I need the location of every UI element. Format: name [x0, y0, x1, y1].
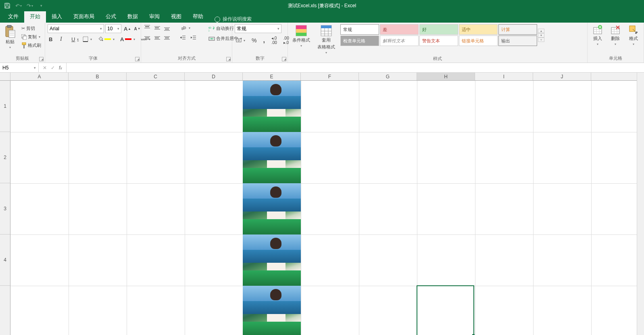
align-top-button[interactable]: [144, 25, 151, 31]
column-header[interactable]: B: [69, 73, 127, 80]
column-header[interactable]: I: [475, 73, 533, 80]
font-name-select[interactable]: Arial▾: [48, 24, 104, 33]
accounting-format-button[interactable]: [235, 37, 246, 44]
select-all-corner[interactable]: [0, 73, 10, 81]
font-color-button[interactable]: A: [119, 36, 136, 43]
tab-page-layout[interactable]: 页面布局: [68, 10, 100, 23]
save-icon[interactable]: [2, 1, 12, 10]
row-header[interactable]: 4: [0, 234, 10, 286]
row-headers[interactable]: 1234: [0, 81, 10, 335]
undo-icon[interactable]: ↶▾: [14, 1, 23, 10]
copy-button[interactable]: 复制: [20, 34, 42, 40]
bold-button[interactable]: B: [48, 36, 56, 43]
number-launcher[interactable]: ◢: [282, 57, 286, 61]
cut-button[interactable]: ✂剪切: [20, 25, 42, 32]
align-left-button[interactable]: [144, 35, 151, 41]
gallery-scroll[interactable]: ▴▾▿: [538, 29, 544, 42]
format-painter-button[interactable]: 格式刷: [20, 42, 42, 49]
insert-cells-button[interactable]: 插入▾: [590, 24, 605, 46]
fx-icon[interactable]: fx: [59, 65, 62, 71]
row-header[interactable]: 1: [0, 81, 10, 132]
column-header[interactable]: C: [127, 73, 185, 80]
gallery-down-icon[interactable]: ▾: [538, 33, 544, 38]
gallery-more-icon[interactable]: ▿: [538, 38, 544, 42]
alignment-launcher[interactable]: ◢: [226, 57, 231, 61]
style-option[interactable]: 警告文本: [419, 36, 458, 46]
tab-insert[interactable]: 插入: [46, 10, 68, 23]
style-option[interactable]: 好: [419, 24, 458, 35]
row-header[interactable]: [0, 286, 10, 335]
cells-area[interactable]: [10, 81, 637, 335]
paste-button[interactable]: 粘贴 ▾: [2, 24, 18, 49]
column-headers[interactable]: ABCDEFGHIJ: [10, 73, 637, 81]
vertical-scrollbar[interactable]: [637, 73, 644, 335]
decrease-indent-button[interactable]: [179, 35, 187, 41]
row-header[interactable]: 2: [0, 132, 10, 183]
column-header[interactable]: D: [185, 73, 243, 80]
column-header[interactable]: J: [533, 73, 591, 80]
embedded-image[interactable]: [243, 183, 301, 234]
font-launcher[interactable]: ◢: [135, 57, 140, 61]
tab-data[interactable]: 数据: [122, 10, 144, 23]
align-middle-button[interactable]: [153, 25, 160, 31]
column-header[interactable]: G: [359, 73, 417, 80]
cell-styles-gallery[interactable]: 常规差好适中计算检查单元格解释性文本警告文本链接单元格输出: [340, 24, 537, 46]
tell-me-search[interactable]: 操作说明搜索: [215, 16, 252, 23]
enter-formula-icon[interactable]: ✓: [51, 65, 55, 71]
svg-rect-3: [7, 25, 11, 27]
fill-color-button[interactable]: [96, 36, 116, 42]
tab-review[interactable]: 审阅: [144, 10, 165, 23]
align-center-button[interactable]: [153, 35, 160, 41]
comma-button[interactable]: ,: [262, 36, 266, 44]
scissors-icon: ✂: [21, 26, 25, 31]
border-button[interactable]: [81, 36, 93, 42]
redo-icon[interactable]: ↷▾: [25, 1, 35, 10]
format-cells-button[interactable]: 格式▾: [626, 24, 641, 46]
clipboard-launcher[interactable]: ◢: [39, 57, 44, 61]
worksheet[interactable]: ABCDEFGHIJ 1234: [0, 73, 644, 335]
align-bottom-button[interactable]: [163, 25, 170, 31]
tab-home[interactable]: 开始: [24, 10, 46, 23]
format-as-table-button[interactable]: 套用 表格格式▾: [315, 24, 337, 54]
style-option[interactable]: 输出: [498, 36, 537, 46]
style-option[interactable]: 解释性文本: [380, 36, 419, 46]
cancel-formula-icon[interactable]: ✕: [43, 65, 47, 71]
style-option[interactable]: 适中: [459, 24, 498, 35]
underline-button[interactable]: U: [70, 36, 78, 43]
style-option[interactable]: 差: [380, 24, 419, 35]
style-option[interactable]: 链接单元格: [459, 36, 498, 46]
gallery-up-icon[interactable]: ▴: [538, 29, 544, 33]
name-box[interactable]: H5 ▾: [0, 63, 39, 72]
style-option[interactable]: 检查单元格: [340, 36, 379, 46]
selected-cell[interactable]: [417, 285, 474, 335]
delete-cells-button[interactable]: 删除▾: [608, 24, 623, 46]
embedded-image[interactable]: [243, 286, 301, 335]
align-right-button[interactable]: [163, 35, 170, 41]
conditional-formatting-button[interactable]: 条件格式▾: [290, 24, 312, 48]
embedded-image[interactable]: [243, 132, 301, 183]
tab-formulas[interactable]: 公式: [100, 10, 122, 23]
style-option[interactable]: 常规: [340, 24, 379, 35]
italic-button[interactable]: I: [59, 36, 67, 43]
row-header[interactable]: 3: [0, 183, 10, 234]
percent-button[interactable]: %: [250, 37, 258, 44]
tab-view[interactable]: 视图: [165, 10, 187, 23]
embedded-image[interactable]: [243, 234, 301, 286]
embedded-image[interactable]: [243, 81, 301, 132]
formula-input[interactable]: [67, 63, 644, 72]
increase-decimal-button[interactable]: ◂.0.00: [270, 36, 278, 45]
column-header[interactable]: A: [10, 73, 69, 80]
font-size-select[interactable]: 10▾: [105, 24, 121, 33]
increase-font-button[interactable]: A▴: [123, 25, 131, 32]
orientation-button[interactable]: ab: [179, 24, 192, 31]
qat-customize-icon[interactable]: ▾: [36, 1, 46, 10]
decrease-font-button[interactable]: A▾: [133, 26, 141, 31]
number-format-select[interactable]: 常规▾: [235, 24, 281, 33]
column-header[interactable]: H: [417, 73, 475, 80]
increase-indent-button[interactable]: [190, 35, 198, 41]
tab-help[interactable]: 帮助: [187, 10, 209, 23]
column-header[interactable]: E: [243, 73, 301, 80]
column-header[interactable]: F: [301, 73, 359, 80]
style-option[interactable]: 计算: [498, 24, 537, 35]
tab-file[interactable]: 文件: [2, 10, 24, 23]
